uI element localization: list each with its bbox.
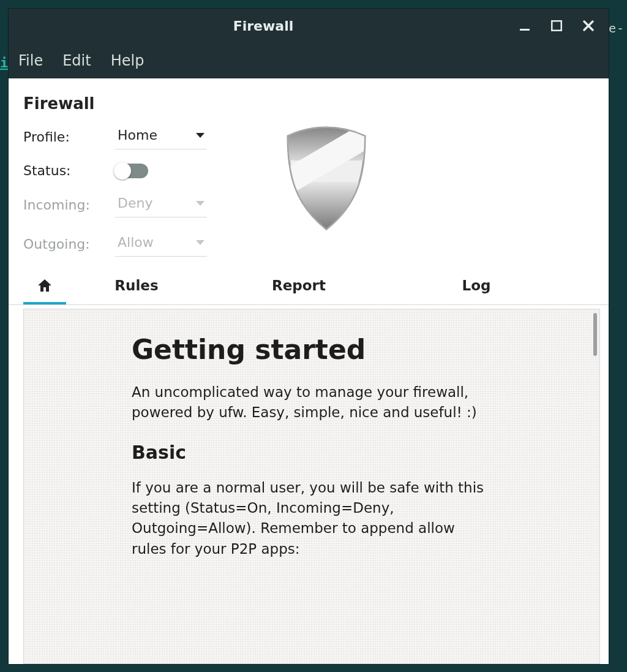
incoming-label: Incoming: [23,197,115,213]
menubar: File Edit Help [9,43,609,78]
profile-label: Profile: [23,129,115,145]
minimize-icon [519,20,531,32]
chevron-down-icon [196,133,205,138]
home-icon [37,278,53,293]
outgoing-select: Allow [115,231,207,257]
close-icon [582,20,595,32]
tab-home[interactable] [23,270,66,304]
svg-rect-0 [520,29,530,31]
menu-file[interactable]: File [17,50,44,72]
outgoing-value: Allow [118,235,154,250]
status-label: Status: [23,163,115,178]
doc-subheading-basic: Basic [132,442,566,463]
chevron-down-icon [196,201,205,206]
profile-select[interactable]: Home [115,124,207,149]
maximize-button[interactable] [550,19,563,32]
menu-help[interactable]: Help [110,50,146,72]
home-panel: Getting started An uncomplicated way to … [23,309,600,664]
getting-started-doc: Getting started An uncomplicated way to … [24,309,599,559]
tab-log[interactable]: Log [391,269,562,304]
doc-intro: An uncomplicated way to manage your fire… [132,382,493,423]
incoming-value: Deny [118,195,152,211]
maximize-icon [551,20,562,31]
svg-marker-3 [280,182,372,234]
toggle-knob [114,162,131,179]
incoming-select: Deny [115,192,207,217]
tab-report[interactable]: Report [207,269,391,304]
window-title: Firewall [9,18,518,34]
close-button[interactable] [582,19,595,32]
tabs: Rules Report Log [9,269,609,305]
tab-rules[interactable]: Rules [66,269,207,304]
window-controls [518,19,609,32]
settings-section: Profile: Home Status: Incoming: Deny [9,124,609,269]
profile-value: Home [118,127,157,143]
chevron-down-icon [196,240,205,245]
titlebar: Firewall [9,9,609,43]
status-toggle[interactable] [115,164,148,178]
outgoing-label: Outgoing: [23,236,115,252]
background-window-fragment-right: e- [609,21,627,34]
firewall-window: Firewall File Edit Help Firewall [9,9,609,664]
shield-icon [280,124,372,257]
page-title: Firewall [9,92,609,124]
doc-basic-text: If you are a normal user, you will be sa… [132,478,493,559]
background-window-fragment-left: i [0,55,9,74]
doc-heading: Getting started [132,334,566,365]
menu-edit[interactable]: Edit [61,50,92,72]
content-area: Firewall Profile: Home Status: Incoming: [9,78,609,664]
minimize-button[interactable] [518,19,531,32]
svg-rect-1 [552,21,561,31]
